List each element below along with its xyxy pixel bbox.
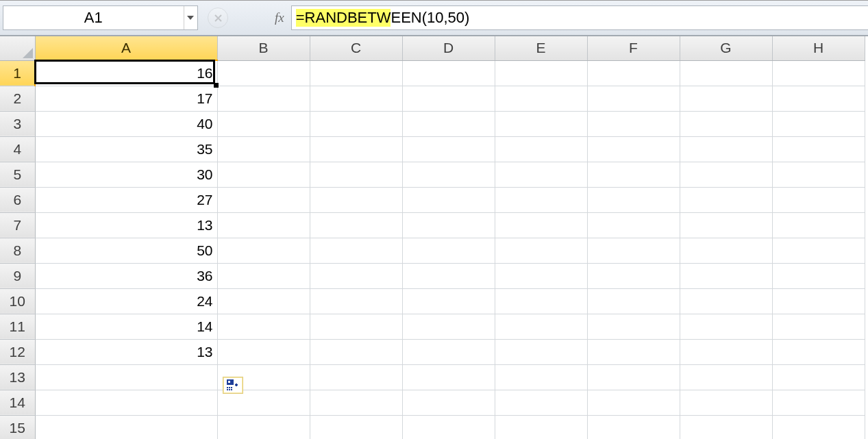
cell-D12[interactable]	[402, 339, 495, 364]
cell-H1[interactable]	[772, 60, 865, 86]
cell-A12[interactable]: 13	[35, 339, 217, 364]
cell-G3[interactable]	[680, 111, 772, 136]
cell-E7[interactable]	[495, 212, 587, 238]
cell-C15[interactable]	[310, 415, 402, 439]
row-header-15[interactable]: 15	[0, 415, 35, 439]
row-header-6[interactable]: 6	[0, 187, 35, 212]
cell-A5[interactable]: 30	[35, 162, 217, 187]
name-box-dropdown[interactable]	[184, 6, 197, 29]
cell-D8[interactable]	[402, 238, 495, 263]
cell-C7[interactable]	[310, 212, 402, 238]
cell-C2[interactable]	[310, 86, 402, 111]
cell-C12[interactable]	[310, 339, 402, 364]
cell-D4[interactable]	[402, 136, 495, 162]
cell-C4[interactable]	[310, 136, 402, 162]
worksheet-grid[interactable]: ABCDEFGH 1162173404355306277138509361024…	[0, 36, 868, 439]
cell-G11[interactable]	[680, 314, 772, 339]
cell-F13[interactable]	[587, 364, 680, 390]
cell-F6[interactable]	[587, 187, 680, 212]
cell-D5[interactable]	[402, 162, 495, 187]
cell-E8[interactable]	[495, 238, 587, 263]
cell-H12[interactable]	[772, 339, 865, 364]
cell-G13[interactable]	[680, 364, 772, 390]
cell-B4[interactable]	[217, 136, 310, 162]
cell-A13[interactable]	[35, 364, 217, 390]
cell-C9[interactable]	[310, 263, 402, 288]
cell-H5[interactable]	[772, 162, 865, 187]
fx-label[interactable]: fx	[275, 10, 284, 25]
select-all-corner[interactable]	[0, 36, 35, 60]
cell-D3[interactable]	[402, 111, 495, 136]
cell-E10[interactable]	[495, 288, 587, 314]
cell-A10[interactable]: 24	[35, 288, 217, 314]
cell-G4[interactable]	[680, 136, 772, 162]
cell-G2[interactable]	[680, 86, 772, 111]
cell-G8[interactable]	[680, 238, 772, 263]
cell-A15[interactable]	[35, 415, 217, 439]
column-header-C[interactable]: C	[310, 36, 402, 60]
cell-A9[interactable]: 36	[35, 263, 217, 288]
cell-E1[interactable]	[495, 60, 587, 86]
cell-A14[interactable]	[35, 390, 217, 415]
row-header-3[interactable]: 3	[0, 111, 35, 136]
cell-F14[interactable]	[587, 390, 680, 415]
cell-G12[interactable]	[680, 339, 772, 364]
column-header-B[interactable]: B	[217, 36, 310, 60]
cell-F15[interactable]	[587, 415, 680, 439]
cell-A7[interactable]: 13	[35, 212, 217, 238]
cell-A2[interactable]: 17	[35, 86, 217, 111]
cell-H3[interactable]	[772, 111, 865, 136]
cell-F7[interactable]	[587, 212, 680, 238]
row-header-4[interactable]: 4	[0, 136, 35, 162]
autofill-options-button[interactable]	[223, 377, 243, 394]
cell-D15[interactable]	[402, 415, 495, 439]
cell-D13[interactable]	[402, 364, 495, 390]
cell-E4[interactable]	[495, 136, 587, 162]
cell-A4[interactable]: 35	[35, 136, 217, 162]
cell-G5[interactable]	[680, 162, 772, 187]
row-header-11[interactable]: 11	[0, 314, 35, 339]
row-header-7[interactable]: 7	[0, 212, 35, 238]
cell-D14[interactable]	[402, 390, 495, 415]
cell-D2[interactable]	[402, 86, 495, 111]
cell-H2[interactable]	[772, 86, 865, 111]
cell-H15[interactable]	[772, 415, 865, 439]
cell-B3[interactable]	[217, 111, 310, 136]
cell-B9[interactable]	[217, 263, 310, 288]
cell-G1[interactable]	[680, 60, 772, 86]
cell-E6[interactable]	[495, 187, 587, 212]
cell-C8[interactable]	[310, 238, 402, 263]
cell-E13[interactable]	[495, 364, 587, 390]
cell-C13[interactable]	[310, 364, 402, 390]
cell-C6[interactable]	[310, 187, 402, 212]
cell-A6[interactable]: 27	[35, 187, 217, 212]
cell-F9[interactable]	[587, 263, 680, 288]
cell-H10[interactable]	[772, 288, 865, 314]
cell-B5[interactable]	[217, 162, 310, 187]
cell-E14[interactable]	[495, 390, 587, 415]
cell-A11[interactable]: 14	[35, 314, 217, 339]
column-header-G[interactable]: G	[680, 36, 772, 60]
cell-C5[interactable]	[310, 162, 402, 187]
cell-F11[interactable]	[587, 314, 680, 339]
cell-E3[interactable]	[495, 111, 587, 136]
cell-H7[interactable]	[772, 212, 865, 238]
cell-D11[interactable]	[402, 314, 495, 339]
cell-B8[interactable]	[217, 238, 310, 263]
row-header-10[interactable]: 10	[0, 288, 35, 314]
column-header-H[interactable]: H	[772, 36, 865, 60]
cell-D9[interactable]	[402, 263, 495, 288]
column-header-F[interactable]: F	[587, 36, 680, 60]
cell-E11[interactable]	[495, 314, 587, 339]
cell-C10[interactable]	[310, 288, 402, 314]
cell-G10[interactable]	[680, 288, 772, 314]
cell-B11[interactable]	[217, 314, 310, 339]
cell-F8[interactable]	[587, 238, 680, 263]
cell-H9[interactable]	[772, 263, 865, 288]
cell-G14[interactable]	[680, 390, 772, 415]
cell-F2[interactable]	[587, 86, 680, 111]
cell-H4[interactable]	[772, 136, 865, 162]
column-header-D[interactable]: D	[402, 36, 495, 60]
cell-H14[interactable]	[772, 390, 865, 415]
cell-C11[interactable]	[310, 314, 402, 339]
